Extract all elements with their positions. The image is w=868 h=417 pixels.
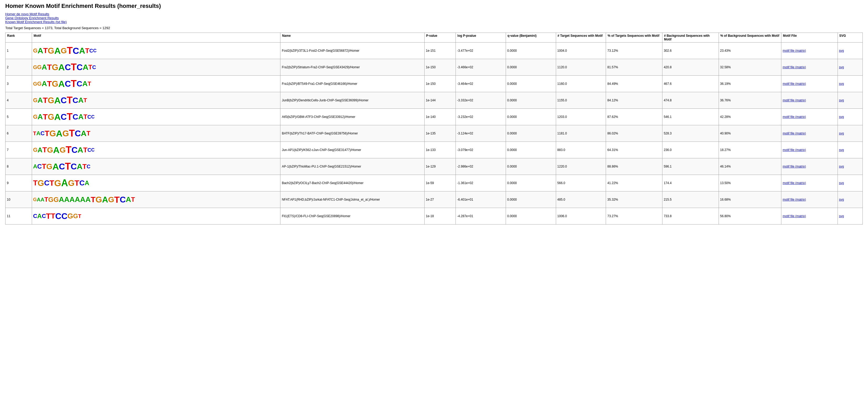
link-known-txt[interactable]: Known Motif Enrichment Results (txt file… — [5, 20, 863, 24]
nav-links: Homer de novo Motif Results Gene Ontolog… — [5, 12, 863, 24]
motif-file-link[interactable]: motif file (matrix) — [783, 65, 806, 69]
motif-letter: C — [77, 63, 83, 71]
cell-motif: CACTTCCGGT — [32, 208, 280, 225]
motif-letter: C — [65, 63, 71, 71]
motif-letter: C — [61, 113, 67, 121]
svg-link[interactable]: svg — [839, 214, 844, 218]
motif-letter: C — [75, 129, 81, 138]
cell-svg[interactable]: svg — [838, 59, 863, 76]
cell-motif-file[interactable]: motif file (matrix) — [781, 142, 838, 158]
svg-link[interactable]: svg — [839, 131, 844, 135]
motif-letter: T — [67, 46, 73, 55]
cell-pbg: 42.28% — [719, 109, 781, 125]
motif-letter: C — [73, 46, 79, 55]
cell-svg[interactable]: svg — [838, 142, 863, 158]
motif-letter: C — [92, 65, 96, 70]
svg-link[interactable]: svg — [839, 181, 844, 185]
cell-qvalue: 0.0000 — [506, 109, 556, 125]
cell-motif-file[interactable]: motif file (matrix) — [781, 208, 838, 225]
motif-letter: A — [85, 180, 89, 186]
motif-letter: T — [67, 96, 72, 105]
motif-letter: C — [87, 147, 91, 153]
motif-file-link[interactable]: motif file (matrix) — [783, 115, 806, 119]
cell-pbg: 13.50% — [719, 175, 781, 191]
svg-link[interactable]: svg — [839, 49, 844, 53]
motif-letter: A — [42, 80, 47, 87]
cell-svg[interactable]: svg — [838, 175, 863, 191]
cell-ntarget: 1006.0 — [556, 208, 606, 225]
cell-motif-file[interactable]: motif file (matrix) — [781, 158, 838, 175]
motif-letter: C — [33, 213, 37, 219]
cell-motif-file[interactable]: motif file (matrix) — [781, 175, 838, 191]
cell-motif-file[interactable]: motif file (matrix) — [781, 125, 838, 142]
cell-pbg: 16.68% — [719, 191, 781, 208]
svg-link[interactable]: svg — [839, 148, 844, 152]
motif-letter: A — [82, 80, 87, 87]
motif-letter: G — [52, 80, 58, 88]
motif-letter: C — [87, 114, 91, 119]
cell-pbg: 18.27% — [719, 142, 781, 158]
motif-letter: G — [54, 196, 59, 203]
cell-motif-file[interactable]: motif file (matrix) — [781, 42, 838, 59]
cell-ptarget: 73.12% — [606, 42, 662, 59]
cell-pbg: 32.58% — [719, 59, 781, 76]
motif-file-link[interactable]: motif file (matrix) — [783, 82, 806, 86]
svg-link[interactable]: svg — [839, 98, 844, 102]
cell-nbg: 302.6 — [662, 42, 719, 59]
cell-svg[interactable]: svg — [838, 208, 863, 225]
cell-svg[interactable]: svg — [838, 92, 863, 109]
link-denovo[interactable]: Homer de novo Motif Results — [5, 12, 863, 16]
cell-name: Fosl2(bZIP)/3T3L1-Fosl2-ChIP-Seq(GSE5687… — [280, 42, 424, 59]
cell-pbg: 46.14% — [719, 158, 781, 175]
cell-motif: ACTGACTCATC — [32, 158, 280, 175]
cell-name: NFAT:AP1(RHD,bZIP)/Jurkat-NFATC1-ChIP-Se… — [280, 191, 424, 208]
motif-file-link[interactable]: motif file (matrix) — [783, 98, 806, 102]
svg-link[interactable]: svg — [839, 65, 844, 69]
cell-nbg: 474.8 — [662, 92, 719, 109]
cell-qvalue: 0.0000 — [506, 76, 556, 92]
motif-letter: A — [42, 64, 47, 71]
motif-letter: C — [42, 213, 46, 219]
cell-motif-file[interactable]: motif file (matrix) — [781, 191, 838, 208]
motif-file-link[interactable]: motif file (matrix) — [783, 148, 806, 152]
cell-nbg: 236.0 — [662, 142, 719, 158]
results-table: Rank Motif Name P-value log P-pvalue q-v… — [5, 33, 863, 225]
cell-rank: 1 — [5, 42, 32, 59]
cell-svg[interactable]: svg — [838, 158, 863, 175]
cell-ntarget: 566.0 — [556, 175, 606, 191]
cell-logp: -3.232e+02 — [456, 109, 506, 125]
cell-qvalue: 0.0000 — [506, 191, 556, 208]
cell-svg[interactable]: svg — [838, 191, 863, 208]
cell-motif-file[interactable]: motif file (matrix) — [781, 109, 838, 125]
svg-link[interactable]: svg — [839, 165, 844, 168]
cell-svg[interactable]: svg — [838, 42, 863, 59]
motif-file-link[interactable]: motif file (matrix) — [783, 181, 806, 185]
motif-letter: T — [42, 146, 47, 154]
cell-name: Fli1(ETS)/CD8-FLI-ChIP-Seq(GSE20898)/Hom… — [280, 208, 424, 225]
cell-svg[interactable]: svg — [838, 76, 863, 92]
cell-motif-file[interactable]: motif file (matrix) — [781, 92, 838, 109]
cell-svg[interactable]: svg — [838, 125, 863, 142]
motif-file-link[interactable]: motif file (matrix) — [783, 214, 806, 218]
svg-link[interactable]: svg — [839, 198, 844, 201]
motif-file-link[interactable]: motif file (matrix) — [783, 131, 806, 135]
cell-svg[interactable]: svg — [838, 109, 863, 125]
cell-motif: TACTGAGTCAT — [32, 125, 280, 142]
cell-qvalue: 0.0000 — [506, 125, 556, 142]
motif-file-link[interactable]: motif file (matrix) — [783, 49, 806, 53]
cell-motif-file[interactable]: motif file (matrix) — [781, 59, 838, 76]
page-title: Homer Known Motif Enrichment Results (ho… — [5, 3, 863, 9]
cell-motif-file[interactable]: motif file (matrix) — [781, 76, 838, 92]
link-go[interactable]: Gene Ontology Enrichment Results — [5, 16, 863, 20]
motif-letter: G — [73, 213, 78, 219]
motif-letter: A — [59, 196, 64, 203]
cell-logp: -3.477e+02 — [456, 42, 506, 59]
svg-link[interactable]: svg — [839, 115, 844, 119]
motif-file-link[interactable]: motif file (matrix) — [783, 198, 806, 201]
cell-name: Fra2(bZIP)/Striatum-Fra2-ChIP-Seq(GSE434… — [280, 59, 424, 76]
col-header-ptarget: % of Targets Sequences with Motif — [606, 33, 662, 42]
motif-letter: C — [55, 212, 61, 220]
motif-file-link[interactable]: motif file (matrix) — [783, 165, 806, 168]
svg-link[interactable]: svg — [839, 82, 844, 86]
table-row: 4GATGACTCATJunB(bZIP)/DendriticCells-Jun… — [5, 92, 863, 109]
